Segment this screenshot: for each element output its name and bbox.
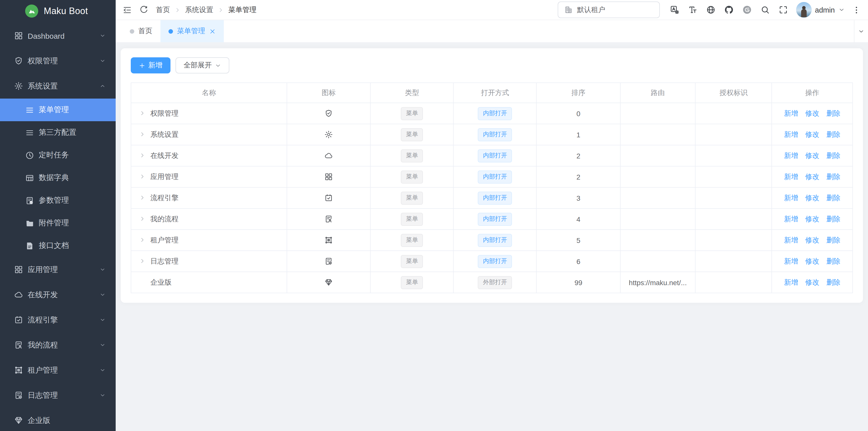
row-add-link[interactable]: 新增 xyxy=(784,109,798,117)
log-icon xyxy=(14,391,23,400)
user-menu[interactable]: admin xyxy=(796,2,845,18)
expand-all-button[interactable]: 全部展开 xyxy=(176,57,229,73)
sidebar-item-api-docs[interactable]: 接口文档 xyxy=(0,234,116,257)
search-icon[interactable] xyxy=(760,5,770,14)
add-button[interactable]: 新增 xyxy=(131,57,170,73)
type-tag: 菜单 xyxy=(401,255,423,268)
topbar-right: 默认租户 admin xyxy=(557,1,861,18)
cloud-icon xyxy=(14,290,23,299)
sidebar-item-workflow[interactable]: 流程引擎 xyxy=(0,307,116,332)
row-actions: 新增修改删除 xyxy=(772,124,852,145)
row-delete-link[interactable]: 删除 xyxy=(826,236,840,244)
calendar-check-icon xyxy=(14,315,23,325)
expand-row-icon[interactable] xyxy=(139,194,145,201)
gear-icon xyxy=(14,82,23,91)
row-edit-link[interactable]: 修改 xyxy=(805,130,819,138)
sort-value: 6 xyxy=(536,251,620,272)
sidebar-item-label: 租户管理 xyxy=(28,365,100,375)
row-delete-link[interactable]: 删除 xyxy=(826,172,840,180)
breadcrumb-system[interactable]: 系统设置 xyxy=(185,5,213,14)
sidebar-item-online-dev[interactable]: 在线开发 xyxy=(0,282,116,307)
row-delete-link[interactable]: 删除 xyxy=(826,215,840,222)
tab-home[interactable]: 首页 xyxy=(122,20,160,42)
shield-check-icon xyxy=(14,56,23,65)
folder-icon xyxy=(25,218,34,227)
row-delete-link[interactable]: 删除 xyxy=(826,109,840,117)
tenant-select[interactable]: 默认租户 xyxy=(557,1,659,18)
sidebar-item-my-flows[interactable]: 我的流程 xyxy=(0,332,116,358)
collapse-sidebar-icon[interactable] xyxy=(123,5,132,14)
row-add-link[interactable]: 新增 xyxy=(784,130,798,138)
username: admin xyxy=(815,6,835,14)
sidebar-item-tenants[interactable]: 租户管理 xyxy=(0,358,116,383)
column-header-icon: 图标 xyxy=(287,83,371,103)
row-edit-link[interactable]: 修改 xyxy=(805,215,819,222)
row-edit-link[interactable]: 修改 xyxy=(805,278,819,286)
expand-row-icon[interactable] xyxy=(139,131,145,137)
row-delete-link[interactable]: 删除 xyxy=(826,193,840,202)
github-icon[interactable] xyxy=(724,5,734,14)
more-options-icon[interactable] xyxy=(852,5,861,14)
sidebar-item-scheduled-tasks[interactable]: 定时任务 xyxy=(0,144,116,166)
sidebar-item-params[interactable]: 参数管理 xyxy=(0,189,116,212)
menu-table: 名称 图标 类型 打开方式 排序 路由 授权标识 操作 权限管理 菜单 内部 xyxy=(131,83,853,293)
expand-row-icon[interactable] xyxy=(139,237,145,243)
breadcrumb-menu[interactable]: 菜单管理 xyxy=(228,5,256,14)
globe-icon[interactable] xyxy=(706,5,715,14)
row-edit-link[interactable]: 修改 xyxy=(805,236,819,244)
row-delete-link[interactable]: 删除 xyxy=(826,257,840,265)
route-value: https://maku.net/... xyxy=(620,272,695,293)
refresh-icon[interactable] xyxy=(139,5,148,14)
sidebar-menu: Dashboard 权限管理 系统设置 菜单管理 第三方配置 定时任务 数据字典… xyxy=(0,22,116,431)
expand-row-icon[interactable] xyxy=(139,152,145,158)
sidebar-item-dashboard[interactable]: Dashboard xyxy=(0,23,116,48)
table-row: 租户管理 菜单 内部打开 5 新增修改删除 xyxy=(131,229,852,251)
close-icon[interactable] xyxy=(209,28,216,34)
sidebar-item-attachments[interactable]: 附件管理 xyxy=(0,212,116,234)
tabs-dropdown-button[interactable] xyxy=(854,20,868,42)
sidebar-item-label: 菜单管理 xyxy=(39,105,105,115)
font-size-icon[interactable] xyxy=(688,5,697,14)
sidebar-item-apps[interactable]: 应用管理 xyxy=(0,257,116,282)
auth-value xyxy=(695,229,772,251)
gitee-icon[interactable] xyxy=(742,5,751,14)
row-delete-link[interactable]: 删除 xyxy=(826,278,840,286)
row-delete-link[interactable]: 删除 xyxy=(826,151,840,159)
sidebar-item-system[interactable]: 系统设置 xyxy=(0,73,116,99)
row-add-link[interactable]: 新增 xyxy=(784,172,798,180)
sidebar-item-menu[interactable]: 菜单管理 xyxy=(0,99,116,121)
sidebar-item-auth[interactable]: 权限管理 xyxy=(0,48,116,73)
sidebar-item-logs[interactable]: 日志管理 xyxy=(0,383,116,408)
content-card: 新增 全部展开 名称 图标 xyxy=(121,48,863,303)
expand-row-icon[interactable] xyxy=(139,110,145,116)
fullscreen-icon[interactable] xyxy=(778,5,788,14)
row-edit-link[interactable]: 修改 xyxy=(805,172,819,180)
tab-label: 菜单管理 xyxy=(177,27,205,36)
expand-row-icon[interactable] xyxy=(139,173,145,179)
row-delete-link[interactable]: 删除 xyxy=(826,130,840,138)
sidebar-item-enterprise[interactable]: 企业版 xyxy=(0,408,116,431)
app-logo[interactable]: Maku Boot xyxy=(0,0,116,22)
expand-row-icon[interactable] xyxy=(139,216,145,221)
expand-row-icon[interactable] xyxy=(139,258,145,264)
sidebar-item-label: Dashboard xyxy=(28,31,100,40)
breadcrumb-home[interactable]: 首页 xyxy=(156,5,170,14)
table-icon xyxy=(25,173,34,182)
sidebar-item-data-dict[interactable]: 数据字典 xyxy=(0,166,116,189)
sidebar-item-third-party[interactable]: 第三方配置 xyxy=(0,121,116,144)
row-add-link[interactable]: 新增 xyxy=(784,193,798,202)
sidebar-item-label: 应用管理 xyxy=(28,265,100,274)
row-add-link[interactable]: 新增 xyxy=(784,257,798,265)
row-add-link[interactable]: 新增 xyxy=(784,215,798,222)
row-add-link[interactable]: 新增 xyxy=(784,236,798,244)
row-edit-link[interactable]: 修改 xyxy=(805,109,819,117)
tab-menu-management[interactable]: 菜单管理 xyxy=(160,20,224,42)
translate-icon[interactable] xyxy=(670,5,679,14)
row-edit-link[interactable]: 修改 xyxy=(805,151,819,159)
row-add-link[interactable]: 新增 xyxy=(784,278,798,286)
row-edit-link[interactable]: 修改 xyxy=(805,193,819,202)
row-edit-link[interactable]: 修改 xyxy=(805,257,819,265)
row-add-link[interactable]: 新增 xyxy=(784,151,798,159)
sidebar-item-label: 在线开发 xyxy=(28,290,100,300)
chevron-right-icon xyxy=(218,7,224,13)
